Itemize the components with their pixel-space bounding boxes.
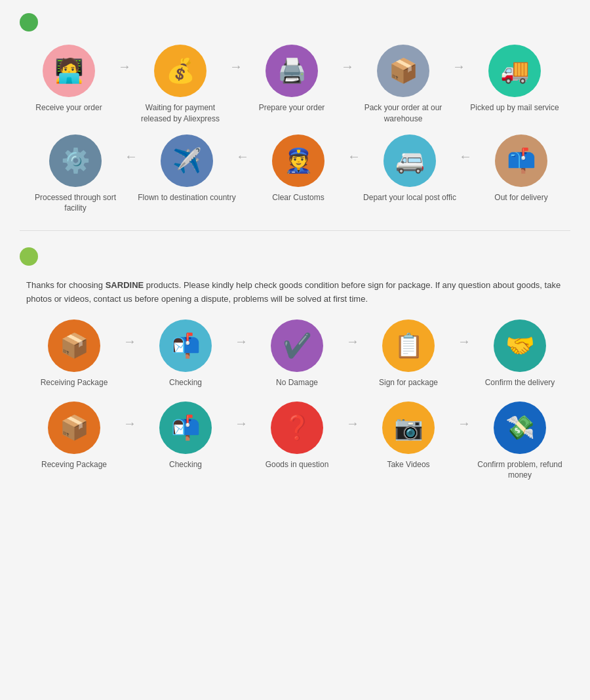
- b-items-row: 📦Receving Package→📬Checking→❓Goods in qu…: [25, 401, 569, 482]
- arrow-prepare-order: →: [341, 59, 354, 100]
- flow-item-a-no-damage: ✔️No Damage: [248, 319, 346, 388]
- service-row-a: 📦Receiving Package→📬Checking→✔️No Damage…: [20, 319, 570, 388]
- shipping-row2: 📫Out for delivery←🚐Depart your local pos…: [20, 134, 570, 215]
- icon-b-goods: ❓: [271, 401, 323, 454]
- icon-depart-post: 🚐: [384, 134, 436, 187]
- label-b-checking: Checking: [169, 459, 202, 470]
- arrow-a-sign: →: [458, 334, 471, 375]
- flow-item-picked-up: 🚚Picked up by mail service: [465, 45, 564, 113]
- arrow-out-delivery: ←: [459, 149, 472, 190]
- flow-item-prepare-order: 🖨️Prepare your order: [243, 45, 341, 113]
- service-number: [20, 247, 38, 266]
- flow-item-b-checking: 📬Checking: [136, 401, 235, 470]
- icon-pack-order: 📦: [377, 45, 429, 97]
- label-a-receiving: Receiving Package: [41, 377, 108, 388]
- shipping-header: [20, 13, 570, 31]
- label-clear-customs: Clear Customs: [272, 192, 324, 203]
- label-processed-sort: Processed through sort facility: [26, 192, 125, 215]
- arrow-a-no-damage: →: [346, 334, 359, 375]
- flow-item-a-sign: 📋Sign for package: [359, 319, 458, 388]
- arrow-waiting-payment: →: [229, 59, 243, 100]
- icon-out-delivery: 📫: [495, 134, 547, 187]
- flow-item-a-confirm: 🤝Confirm the delivery: [471, 319, 569, 388]
- label-pack-order: Pack your order at our warehouse: [354, 102, 452, 125]
- icon-prepare-order: 🖨️: [266, 45, 318, 97]
- section-service: Thanks for choosing SARDINE products. Pl…: [20, 247, 570, 481]
- flow-item-a-checking: 📬Checking: [136, 319, 235, 388]
- flow-item-flown-dest: ✈️Flown to destination country: [138, 134, 236, 203]
- arrow-a-checking: →: [235, 334, 248, 375]
- label-waiting-payment: Waiting for payment released by Aliexpre…: [131, 102, 229, 125]
- label-b-goods: Goods in question: [266, 459, 329, 470]
- arrow-depart-post: ←: [347, 149, 361, 190]
- shipping-row1: 🧑‍💻Receive your order→💰Waiting for payme…: [20, 45, 570, 125]
- flow-item-depart-post: 🚐Depart your local post offic: [361, 134, 459, 203]
- label-b-receiving: Receving Package: [41, 459, 107, 470]
- label-a-checking: Checking: [169, 377, 202, 388]
- flow-item-b-receiving: 📦Receving Package: [25, 401, 123, 470]
- label-out-delivery: Out for delivery: [494, 192, 547, 203]
- arrow-b-checking: →: [235, 416, 248, 457]
- flow-item-processed-sort: ⚙️Processed through sort facility: [26, 134, 125, 215]
- section-shipping: 🧑‍💻Receive your order→💰Waiting for payme…: [20, 13, 570, 214]
- service-header: [20, 247, 570, 266]
- icon-a-confirm: 🤝: [494, 319, 546, 372]
- a-items-row: 📦Receiving Package→📬Checking→✔️No Damage…: [25, 319, 569, 388]
- service-text-block: Thanks for choosing SARDINE products. Pl…: [20, 279, 570, 306]
- label-b-take-videos: Take Videos: [387, 459, 429, 470]
- label-depart-post: Depart your local post offic: [363, 192, 456, 203]
- icon-flown-dest: ✈️: [161, 134, 213, 187]
- label-prepare-order: Prepare your order: [259, 102, 325, 113]
- flow-item-clear-customs: 👮Clear Customs: [249, 134, 347, 203]
- icon-receive-order: 🧑‍💻: [43, 45, 95, 97]
- flow-item-b-goods: ❓Goods in question: [248, 401, 346, 470]
- icon-b-confirm: 💸: [494, 401, 546, 454]
- flow-item-b-take-videos: 📷Take Videos: [359, 401, 458, 470]
- icon-a-receiving: 📦: [48, 319, 100, 372]
- arrow-pack-order: →: [452, 59, 465, 100]
- arrow-receive-order: →: [118, 59, 131, 100]
- icon-b-checking: 📬: [159, 401, 212, 454]
- service-row-b: 📦Receving Package→📬Checking→❓Goods in qu…: [20, 401, 570, 482]
- icon-clear-customs: 👮: [272, 134, 324, 187]
- label-b-confirm: Confirm problem, refund money: [471, 459, 569, 482]
- flow-item-waiting-payment: 💰Waiting for payment released by Aliexpr…: [131, 45, 229, 125]
- icon-processed-sort: ⚙️: [49, 134, 102, 187]
- arrow-b-take-videos: →: [458, 416, 471, 457]
- arrow-flown-dest: ←: [125, 149, 138, 190]
- service-body: Thanks for choosing SARDINE products. Pl…: [26, 279, 564, 306]
- label-picked-up: Picked up by mail service: [470, 102, 559, 113]
- flow-item-out-delivery: 📫Out for delivery: [472, 134, 570, 203]
- label-receive-order: Receive your order: [35, 102, 102, 113]
- icon-a-sign: 📋: [382, 319, 435, 372]
- icon-b-receiving: 📦: [48, 401, 100, 454]
- icon-picked-up: 🚚: [488, 45, 541, 97]
- icon-a-checking: 📬: [159, 319, 212, 372]
- flow-item-b-confirm: 💸Confirm problem, refund money: [471, 401, 569, 482]
- shipping-number: [20, 13, 38, 31]
- flow-item-pack-order: 📦Pack your order at our warehouse: [354, 45, 452, 125]
- icon-waiting-payment: 💰: [154, 45, 206, 97]
- icon-b-take-videos: 📷: [382, 401, 435, 454]
- label-flown-dest: Flown to destination country: [138, 192, 235, 203]
- arrow-a-receiving: →: [123, 334, 136, 375]
- arrow-b-receiving: →: [123, 416, 136, 457]
- flow-item-receive-order: 🧑‍💻Receive your order: [20, 45, 118, 113]
- arrow-clear-customs: ←: [236, 149, 249, 190]
- label-a-sign: Sign for package: [379, 377, 438, 388]
- icon-a-no-damage: ✔️: [271, 319, 323, 372]
- label-a-confirm: Confirm the delivery: [485, 377, 555, 388]
- flow-item-a-receiving: 📦Receiving Package: [25, 319, 123, 388]
- arrow-b-goods: →: [346, 416, 359, 457]
- label-a-no-damage: No Damage: [276, 377, 318, 388]
